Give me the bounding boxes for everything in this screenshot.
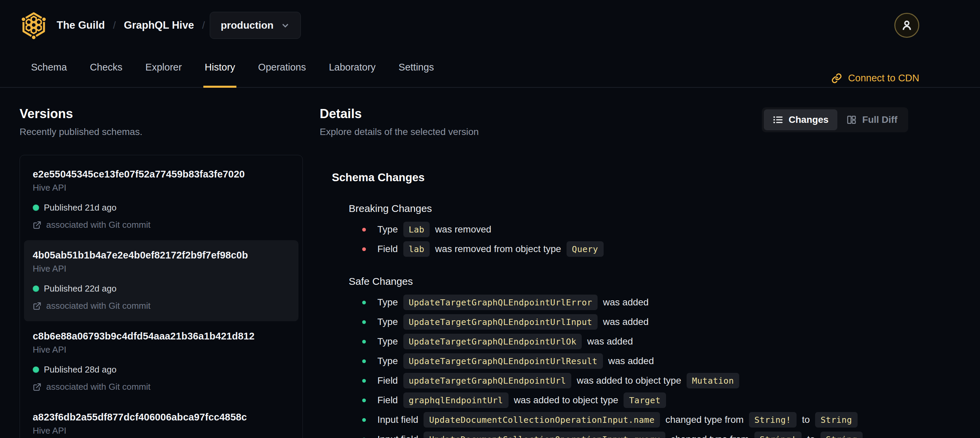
change-text: was added (603, 297, 649, 308)
connect-to-cdn-button[interactable]: Connect to CDN (831, 73, 919, 87)
chevron-down-icon (281, 21, 290, 30)
changes-group-title: Breaking Changes (349, 203, 908, 214)
change-text: was added to object type (577, 375, 681, 386)
code-chip: graphqlEndpointUrl (403, 392, 509, 408)
change-text: Type (377, 297, 398, 308)
safe-bullet-icon (362, 301, 366, 304)
code-chip: Mutation (687, 373, 739, 389)
safe-bullet-icon (362, 359, 366, 363)
tab-laboratory[interactable]: Laboratory (328, 51, 377, 88)
code-chip: Target (624, 392, 666, 408)
details-title: Details (320, 107, 479, 121)
connect-to-cdn-label: Connect to CDN (848, 73, 919, 84)
change-text: changed type from (665, 414, 744, 425)
change-text: was removed (435, 224, 492, 235)
user-menu-button[interactable] (894, 13, 919, 38)
change-text: was added (608, 356, 654, 366)
hive-logo-icon[interactable] (19, 11, 48, 40)
tab-checks[interactable]: Checks (88, 51, 124, 88)
external-link-icon (33, 221, 41, 229)
published-text: Published 21d ago (44, 202, 116, 213)
change-text: Input field (377, 414, 418, 425)
change-text: Type (377, 356, 398, 366)
version-service: Hive API (33, 425, 290, 436)
safe-change-item: FieldupdateTargetGraphQLEndpointUrlwas a… (349, 373, 908, 389)
tab-label: Laboratory (329, 62, 375, 73)
code-chip: lab (403, 241, 430, 257)
tab-label: Checks (90, 62, 123, 73)
breaking-bullet-icon (362, 247, 366, 251)
code-chip: UpdateTargetGraphQLEndpointUrlOk (403, 334, 582, 349)
version-card[interactable]: c8b6e88a06793b9c4dfd54aaa21b36a1b421d812… (24, 321, 299, 402)
version-card[interactable]: e2e55045345ce13fe07f52a77459b83fa3fe7020… (24, 159, 299, 240)
git-commit-link[interactable]: associated with Git commit (33, 301, 290, 311)
breaking-bullet-icon (362, 228, 366, 231)
version-card[interactable]: a823f6db2a55df877dcf406006abca97fcc4858c… (24, 402, 299, 438)
versions-subtitle: Recently published schemas. (19, 127, 303, 137)
code-chip: updateTargetGraphQLEndpointUrl (403, 373, 572, 389)
change-text: Type (377, 317, 398, 327)
schema-changes-groups: Breaking Changes TypeLabwas removedField… (332, 203, 908, 438)
safe-change-item: TypeUpdateTargetGraphQLEndpointUrlInputw… (349, 314, 908, 330)
changes-group-title: Safe Changes (349, 276, 908, 287)
git-commit-link[interactable]: associated with Git commit (33, 220, 290, 230)
code-chip: UpdateTargetGraphQLEndpointUrlResult (403, 353, 603, 369)
tab-schema[interactable]: Schema (30, 51, 68, 88)
code-chip: String! (749, 412, 797, 428)
user-icon (900, 19, 913, 32)
breadcrumb-separator: / (202, 19, 205, 31)
link-icon (831, 73, 842, 84)
version-hash: 4b05ab51b1b4a7e2e4b0ef82172f2b9f7ef98c0b (33, 250, 290, 261)
change-text: to (807, 434, 815, 438)
published-text: Published 22d ago (44, 284, 116, 294)
full-diff-view-button[interactable]: Full Diff (837, 109, 906, 130)
change-text: Input field (377, 434, 418, 438)
tab-operations[interactable]: Operations (257, 51, 307, 88)
change-text: changed type from (671, 434, 749, 438)
breadcrumb-org[interactable]: The Guild (57, 19, 105, 31)
breaking-change-item: TypeLabwas removed (349, 222, 908, 237)
safe-change-item: FieldgraphqlEndpointUrlwas added to obje… (349, 392, 908, 408)
change-text: to (802, 414, 810, 425)
tab-explorer[interactable]: Explorer (144, 51, 183, 88)
target-navbar: SchemaChecksExplorerHistoryOperationsLab… (0, 51, 980, 88)
header: The Guild / GraphQL Hive / production (0, 0, 980, 51)
view-toggle-group: Changes Full Diff (762, 107, 908, 132)
version-card[interactable]: 4b05ab51b1b4a7e2e4b0ef82172f2b9f7ef98c0b… (24, 240, 299, 321)
changes-view-button[interactable]: Changes (764, 109, 837, 130)
change-text: Field (377, 375, 398, 386)
git-commit-link[interactable]: associated with Git commit (33, 382, 290, 392)
versions-title: Versions (19, 107, 303, 121)
tab-list: SchemaChecksExplorerHistoryOperationsLab… (30, 51, 435, 87)
version-service: Hive API (33, 344, 290, 355)
published-dot-icon (33, 204, 39, 211)
changes-list: TypeLabwas removedFieldlabwas removed fr… (349, 222, 908, 257)
breaking-change-item: Fieldlabwas removed from object typeQuer… (349, 241, 908, 257)
target-selector[interactable]: production (210, 12, 301, 39)
version-service: Hive API (33, 183, 290, 193)
tab-label: Operations (258, 62, 306, 73)
git-commit-text: associated with Git commit (46, 301, 150, 311)
change-text: was removed from object type (435, 244, 561, 255)
code-chip: String (821, 432, 863, 438)
change-text: was added (603, 317, 649, 327)
safe-bullet-icon (362, 379, 366, 383)
schema-changes-title: Schema Changes (332, 171, 908, 184)
full-diff-view-label: Full Diff (862, 115, 897, 125)
version-published: Published 21d ago (33, 202, 290, 213)
list-icon (773, 115, 783, 125)
tab-settings[interactable]: Settings (397, 51, 435, 88)
safe-bullet-icon (362, 340, 366, 344)
main-content: Versions Recently published schemas. e2e… (0, 88, 980, 438)
changes-group: Breaking Changes TypeLabwas removedField… (332, 203, 908, 257)
tab-label: Explorer (145, 62, 182, 73)
safe-bullet-icon (362, 418, 366, 422)
safe-change-item: TypeUpdateTargetGraphQLEndpointUrlOkwas … (349, 334, 908, 349)
safe-change-item: TypeUpdateTargetGraphQLEndpointUrlResult… (349, 353, 908, 369)
version-published: Published 28d ago (33, 365, 290, 375)
breadcrumb-project[interactable]: GraphQL Hive (124, 19, 194, 31)
git-commit-text: associated with Git commit (46, 220, 150, 230)
tab-history[interactable]: History (204, 51, 236, 88)
changes-list: TypeUpdateTargetGraphQLEndpointUrlErrorw… (349, 295, 908, 438)
tab-label: Settings (399, 62, 434, 73)
